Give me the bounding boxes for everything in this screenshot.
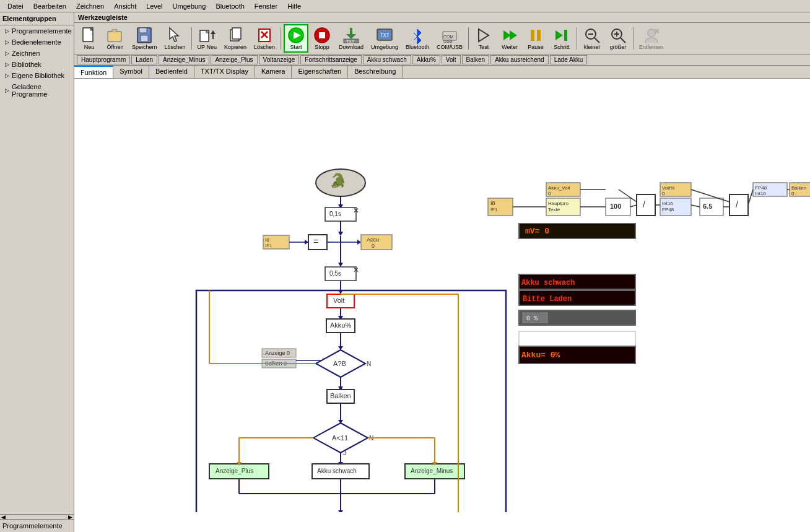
sidebar-scroll-track: ◀ ▶ [0,514,74,519]
tab-beschreibung[interactable]: Beschreibung [348,66,403,78]
svg-text:Anzeige 0: Anzeige 0 [265,350,290,356]
tab-txt-display[interactable]: TXT/TX Display [194,66,255,78]
comusb-icon: COMUSB [441,27,458,44]
sidebar-item-bedienelemente[interactable]: ▷ Bedienelemente [0,37,74,48]
menu-datei[interactable]: Datei [2,1,28,11]
svg-text:Balken: Balken [791,185,806,191]
sidebar-label: Zeichnen [12,50,40,57]
tab-kamera[interactable]: Kamera [255,66,292,78]
svg-text:🐊: 🐊 [329,172,347,189]
svg-text:mV=          0: mV= 0 [525,227,549,236]
groesser-label: größer [610,44,627,50]
toolbar-loeschen-button[interactable]: Löschen [162,25,189,52]
oeffnen-label: Öffnen [107,44,124,50]
svg-point-45 [648,29,655,37]
speichern-label: Speichern [132,44,157,50]
sidebar-item-bibliothek[interactable]: ▷ Bibliothek [0,59,74,70]
menu-hilfe[interactable]: Hilfe [282,1,306,11]
sidebar-item-zeichnen[interactable]: ▷ Zeichnen [0,48,74,59]
svg-text:0 %: 0 % [526,315,538,322]
svg-text:Anzeige_Plus: Anzeige_Plus [216,468,253,474]
umgebung-icon: TXT [376,27,393,44]
toolbar-stopp-button[interactable]: Stopp [310,25,334,52]
quick-akku-percent[interactable]: Akku% [412,55,440,64]
toolbar-loeschen2-button[interactable]: Löschen [251,25,278,52]
sidebar-label: Bibliothek [12,61,41,68]
toolbar-separator-3 [468,27,469,50]
svg-text:Int16: Int16 [662,201,673,206]
toolbar-schritt-button[interactable]: Schritt [549,25,574,52]
tab-symbol[interactable]: Symbol [113,66,149,78]
svg-text:/: / [643,199,645,209]
tab-eigenschaften[interactable]: Eigenschaften [292,66,348,78]
loeschen-label: Löschen [165,44,186,50]
stopp-label: Stopp [315,44,329,50]
toolbar-speichern-button[interactable]: Speichern [129,25,160,52]
sidebar-items: ▷ Programmelemente ▷ Bedienelemente ▷ Ze… [0,25,74,514]
sidebar-item-eigene-bibliothek[interactable]: ▷ Eigene Bibliothek [0,70,74,81]
menu-bluetooth[interactable]: Bluetooth [211,1,249,11]
menu-umgebung[interactable]: Umgebung [168,1,211,11]
quick-balken[interactable]: Balken [462,55,490,64]
svg-text:COM: COM [443,35,454,39]
menu-fenster[interactable]: Fenster [250,1,282,11]
menu-ansicht[interactable]: Ansicht [109,1,141,11]
toolbar-kleiner-button[interactable]: kleiner [580,25,604,52]
sidebar-label: Programmelemente [12,27,72,35]
svg-marker-27 [414,29,421,44]
toolbar-start-button[interactable]: Start [284,24,308,53]
quick-volt[interactable]: Volt [442,55,461,64]
svg-line-80 [630,205,637,207]
sidebar-item-programmelemente[interactable]: ▷ Programmelemente [0,25,74,37]
svg-marker-22 [346,34,356,39]
kleiner-label: kleiner [584,44,601,50]
toolbar-pause-button[interactable]: Pause [523,25,548,52]
canvas-area[interactable]: I8 IF1 Hauptpro Texte Akku_Volt 0 100 [74,79,810,532]
svg-text:J: J [343,450,346,456]
toolbar-entfernen-button[interactable]: Entfernen [636,25,666,52]
quick-lade-akku[interactable]: Lade Akku [550,55,588,64]
toolbar-oeffnen-button[interactable]: Öffnen [103,25,128,52]
quick-akku-ausreichend[interactable]: Akku ausreichend [490,55,549,64]
svg-text:0: 0 [662,191,665,196]
toolbar-upneu-button[interactable]: UP Neu [194,25,220,52]
quick-akku-schwach[interactable]: Akku schwach [363,55,411,64]
tab-bedienfeld[interactable]: Bedienfeld [149,66,194,78]
upneu-icon [198,27,216,44]
svg-text:=: = [313,237,318,246]
svg-text:0: 0 [372,243,375,249]
quick-anzeige-plus[interactable]: Anzeige_Plus [211,55,257,64]
toolbar-kopieren-button[interactable]: Kopieren [221,25,250,52]
quick-anzeige-minus[interactable]: Anzeige_Minus [159,55,209,64]
toolbar-neu-button[interactable]: Neu [77,25,102,52]
copy-icon [227,27,244,44]
svg-text:✕: ✕ [353,266,359,274]
tab-funktion[interactable]: Funktion [74,66,113,78]
toolbar-umgebung-button[interactable]: TXT Umgebung [368,25,401,52]
quick-laden[interactable]: Laden [131,55,157,64]
svg-text:0: 0 [548,191,551,196]
expand-arrow: ▷ [5,87,9,94]
quick-hauptprogramm[interactable]: Hauptprogramm [77,55,130,64]
quick-voltanzeige[interactable]: Voltanzeige [259,55,300,64]
loeschen2-label: Löschen [254,44,275,50]
start-label: Start [290,44,302,50]
svg-rect-3 [108,32,121,41]
quick-fortschrittsanzeige[interactable]: Fortschrittsanzeige [300,55,361,64]
entfernen-icon [643,27,660,44]
menu-level[interactable]: Level [141,1,167,11]
schritt-icon [553,27,570,44]
toolbar-download-button[interactable]: TXT Download [336,25,367,52]
sidebar-item-geladene-programme[interactable]: ▷ Geladene Programme [0,81,74,100]
toolbar-test-button[interactable]: Test [471,25,496,52]
svg-text:/: / [736,199,738,209]
svg-line-86 [748,190,753,205]
toolbar-groesser-button[interactable]: größer [606,25,630,52]
svg-text:Hauptpro: Hauptpro [548,201,568,206]
toolbar-weiter-button[interactable]: Weiter [497,25,522,52]
toolbar-comusb-button[interactable]: COMUSB COM/USB [433,25,466,52]
toolbar-bluetooth-button[interactable]: Bluetooth [403,25,432,52]
menu-bearbeiten[interactable]: Bearbeiten [28,1,71,11]
menu-zeichnen[interactable]: Zeichnen [71,1,109,11]
delete-cursor-icon [167,27,184,44]
